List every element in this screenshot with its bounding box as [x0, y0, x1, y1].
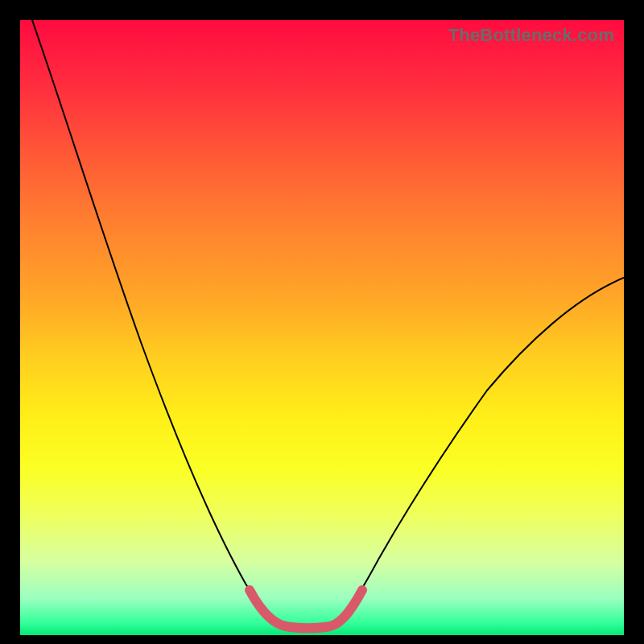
chart-svg	[20, 20, 624, 635]
bottleneck-curve-path	[32, 20, 624, 628]
bottleneck-highlight-path	[250, 590, 362, 628]
chart-frame: TheBottleneck.com	[20, 20, 624, 635]
